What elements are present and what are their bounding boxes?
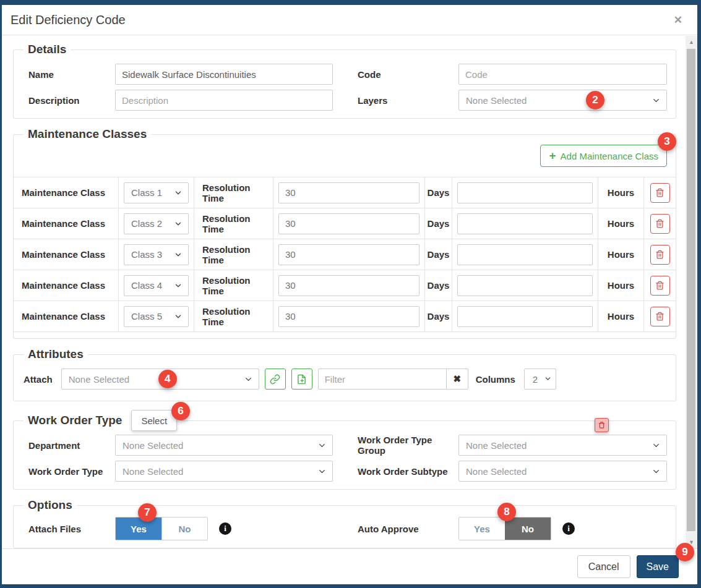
- chevron-down-icon: [652, 467, 661, 476]
- scroll-up-arrow-icon[interactable]: ▲: [686, 37, 697, 47]
- name-input[interactable]: [115, 64, 333, 85]
- maintenance-class-select[interactable]: Class 2: [124, 213, 189, 234]
- chevron-down-icon: [652, 441, 661, 450]
- clear-filter-button[interactable]: ✖: [446, 369, 468, 390]
- attach-files-field: Attach Files Yes No 7 i: [22, 517, 333, 540]
- attach-files-label: Attach Files: [22, 524, 115, 534]
- info-icon: i: [219, 522, 231, 535]
- clear-x-icon: ✖: [453, 373, 461, 385]
- details-legend: Details: [24, 43, 71, 56]
- resolution-days-input[interactable]: [278, 306, 419, 327]
- annotation-badge-3: 3: [658, 132, 676, 151]
- maintenance-class-select-value: Class 3: [131, 249, 162, 260]
- work-order-type-select-button[interactable]: Select 6: [131, 410, 177, 431]
- add-attribute-file-button[interactable]: [291, 369, 312, 390]
- link-icon: [270, 374, 280, 385]
- chevron-down-icon: [652, 96, 661, 105]
- resolution-time-label: Resolution Time: [202, 213, 268, 234]
- work-order-subtype-label: Work Order Subtype: [356, 466, 458, 477]
- cancel-button[interactable]: Cancel: [577, 555, 630, 578]
- maintenance-class-label: Maintenance Class: [22, 249, 105, 260]
- plus-icon: +: [549, 150, 556, 161]
- resolution-days-input[interactable]: [278, 244, 419, 265]
- department-field: Department None Selected: [22, 435, 333, 456]
- resolution-hours-input[interactable]: [457, 213, 593, 234]
- auto-approve-no-button[interactable]: No: [505, 518, 551, 540]
- chevron-down-icon: [317, 441, 327, 450]
- days-label: Days: [428, 311, 450, 322]
- maintenance-classes-section: Maintenance Classes + Add Maintenance Cl…: [13, 127, 676, 339]
- columns-select-value: 2: [533, 374, 538, 385]
- work-order-type-group-select[interactable]: None Selected: [458, 435, 667, 456]
- hours-label: Hours: [608, 187, 634, 198]
- work-order-type-select[interactable]: None Selected: [115, 461, 333, 482]
- resolution-days-input[interactable]: [278, 182, 419, 203]
- code-input[interactable]: [458, 64, 667, 85]
- maintenance-class-select-value: Class 4: [131, 280, 162, 291]
- maintenance-class-row: Maintenance Class Class 5 Resolution Tim…: [14, 301, 676, 332]
- resolution-days-input[interactable]: [278, 213, 419, 234]
- modal-body: Details Name Code Description Layers: [2, 35, 697, 548]
- delete-row-button[interactable]: [650, 214, 670, 234]
- days-label: Days: [428, 280, 450, 291]
- maintenance-class-label: Maintenance Class: [22, 218, 105, 229]
- file-plus-icon: [296, 374, 307, 385]
- delete-row-button[interactable]: [650, 276, 670, 296]
- description-input[interactable]: [115, 90, 333, 111]
- trash-icon: [655, 312, 664, 321]
- resolution-hours-input[interactable]: [457, 275, 593, 296]
- work-order-type-group-label: Work Order Type Group: [356, 435, 458, 456]
- days-label: Days: [428, 218, 450, 229]
- columns-select[interactable]: 2: [524, 369, 556, 390]
- description-label: Description: [22, 95, 115, 106]
- trash-icon: [598, 422, 605, 428]
- maintenance-class-select[interactable]: Class 5: [124, 306, 189, 327]
- chevron-down-icon: [174, 312, 183, 321]
- maintenance-class-label: Maintenance Class: [22, 280, 105, 291]
- maintenance-class-select[interactable]: Class 4: [124, 275, 189, 296]
- delete-row-button[interactable]: [650, 307, 670, 326]
- chevron-down-icon: [174, 281, 183, 290]
- attach-files-no-button[interactable]: No: [161, 518, 207, 540]
- add-maintenance-class-button[interactable]: + Add Maintenance Class 3: [540, 145, 667, 167]
- work-order-type-label: Work Order Type: [22, 466, 115, 477]
- close-icon[interactable]: ✕: [674, 15, 682, 25]
- options-legend: Options: [24, 498, 77, 512]
- maintenance-class-select[interactable]: Class 1: [124, 182, 189, 203]
- annotation-badge-9: 9: [676, 543, 694, 561]
- resolution-hours-input[interactable]: [457, 244, 593, 265]
- maintenance-class-select-value: Class 2: [131, 218, 162, 229]
- maintenance-class-select[interactable]: Class 3: [124, 244, 189, 265]
- link-attribute-button[interactable]: [265, 369, 286, 390]
- select-button-label: Select: [141, 415, 167, 426]
- trash-icon: [655, 281, 664, 290]
- work-order-type-legend: Work Order Type: [28, 414, 122, 427]
- maintenance-class-row: Maintenance Class Class 4 Resolution Tim…: [14, 270, 676, 301]
- filter-input[interactable]: [318, 369, 447, 390]
- department-select[interactable]: None Selected: [115, 435, 333, 456]
- delete-row-button[interactable]: [650, 245, 670, 265]
- resolution-hours-input[interactable]: [457, 182, 593, 203]
- remove-work-order-type-button[interactable]: [595, 418, 609, 432]
- maintenance-classes-legend: Maintenance Classes: [24, 127, 151, 141]
- delete-row-button[interactable]: [650, 183, 670, 203]
- chevron-down-icon: [174, 189, 183, 197]
- vertical-scrollbar[interactable]: ▲ ▼: [686, 36, 697, 548]
- save-button[interactable]: Save 9: [637, 555, 679, 578]
- auto-approve-yes-button[interactable]: Yes: [459, 518, 505, 540]
- hours-label: Hours: [608, 311, 634, 322]
- resolution-hours-input[interactable]: [457, 306, 593, 327]
- layers-select[interactable]: None Selected: [458, 90, 667, 111]
- days-label: Days: [428, 249, 450, 260]
- save-button-label: Save: [647, 561, 669, 572]
- options-section: Options Attach Files Yes No 7 i Auto App…: [13, 498, 676, 548]
- maintenance-class-label: Maintenance Class: [22, 311, 105, 322]
- attach-files-yes-button[interactable]: Yes: [116, 518, 161, 540]
- maintenance-classes-table: Maintenance Class Class 1 Resolution Tim…: [14, 177, 676, 332]
- work-order-type-select-value: None Selected: [123, 466, 183, 477]
- chevron-down-icon: [317, 467, 327, 476]
- resolution-days-input[interactable]: [278, 275, 419, 296]
- chevron-down-icon: [544, 375, 552, 383]
- work-order-subtype-select[interactable]: None Selected: [458, 461, 667, 482]
- scrollbar-thumb[interactable]: [687, 49, 695, 531]
